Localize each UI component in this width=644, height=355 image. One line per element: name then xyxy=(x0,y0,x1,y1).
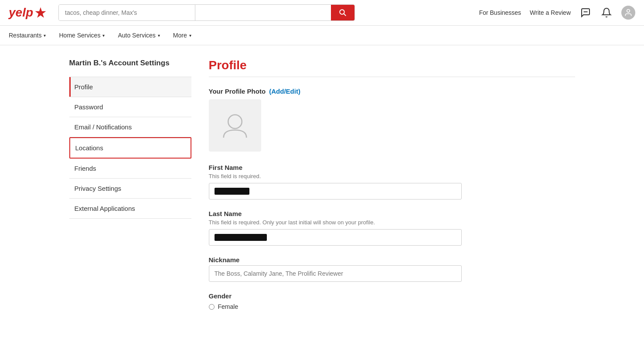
chevron-down-icon: ▾ xyxy=(189,33,191,38)
sidebar-item-locations[interactable]: Locations xyxy=(69,137,191,159)
sidebar-link-locations[interactable]: Locations xyxy=(70,138,191,158)
last-name-label: Last Name xyxy=(209,210,575,217)
nav-more[interactable]: More ▾ xyxy=(173,26,191,45)
search-button[interactable] xyxy=(331,5,354,20)
sidebar: Martin B.'s Account Settings Profile Pas… xyxy=(69,58,191,319)
sidebar-item-friends[interactable]: Friends xyxy=(69,159,191,179)
profile-photo-placeholder xyxy=(209,99,261,152)
nav-auto-services-label: Auto Services xyxy=(118,32,155,39)
sidebar-item-email-notifications[interactable]: Email / Notifications xyxy=(69,117,191,137)
profile-content: Profile Your Profile Photo (Add/Edit) Fi… xyxy=(209,58,575,319)
nav-more-label: More xyxy=(173,32,187,39)
profile-title: Profile xyxy=(209,58,575,72)
user-avatar[interactable] xyxy=(621,6,635,20)
profile-photo-section: Your Profile Photo (Add/Edit) xyxy=(209,88,575,152)
nav-bar: Restaurants ▾ Home Services ▾ Auto Servi… xyxy=(0,26,644,45)
header: yelp San Francisco, CA For Businesses Wr… xyxy=(0,0,644,26)
first-name-label: First Name xyxy=(209,164,575,171)
profile-photo-label: Your Profile Photo (Add/Edit) xyxy=(209,88,575,95)
sidebar-account-title: Martin B.'s Account Settings xyxy=(69,58,191,68)
nav-restaurants-label: Restaurants xyxy=(9,32,41,39)
sidebar-item-privacy-settings[interactable]: Privacy Settings xyxy=(69,179,191,199)
svg-point-5 xyxy=(627,10,630,13)
section-divider xyxy=(209,77,575,77)
gender-female-radio[interactable] xyxy=(209,304,215,310)
svg-point-2 xyxy=(584,12,585,12)
last-name-hint: This field is required. Only your last i… xyxy=(209,219,575,226)
gender-label: Gender xyxy=(209,292,575,300)
header-right: For Businesses Write a Review xyxy=(479,6,635,20)
gender-female-option[interactable]: Female xyxy=(209,303,575,310)
chevron-down-icon: ▾ xyxy=(158,33,160,38)
gender-female-label: Female xyxy=(218,303,239,310)
nav-home-services[interactable]: Home Services ▾ xyxy=(59,26,105,45)
chat-icon xyxy=(580,7,591,18)
sidebar-item-password[interactable]: Password xyxy=(69,97,191,117)
svg-point-3 xyxy=(586,12,586,12)
svg-point-4 xyxy=(587,12,587,12)
for-businesses-link[interactable]: For Businesses xyxy=(479,9,521,16)
write-review-link[interactable]: Write a Review xyxy=(530,9,571,16)
search-bar: San Francisco, CA xyxy=(58,4,355,21)
sidebar-link-password[interactable]: Password xyxy=(69,97,191,117)
svg-line-1 xyxy=(344,14,346,16)
sidebar-link-external-applications[interactable]: External Applications xyxy=(69,199,191,218)
nickname-field[interactable] xyxy=(209,265,462,282)
chevron-down-icon: ▾ xyxy=(102,33,105,38)
search-where-input[interactable]: San Francisco, CA xyxy=(195,5,331,20)
nav-restaurants[interactable]: Restaurants ▾ xyxy=(9,26,46,45)
messages-icon-button[interactable] xyxy=(579,7,592,19)
nickname-label: Nickname xyxy=(209,256,575,264)
nav-home-services-label: Home Services xyxy=(59,32,100,39)
nav-auto-services[interactable]: Auto Services ▾ xyxy=(118,26,160,45)
last-name-group: Last Name This field is required. Only y… xyxy=(209,210,575,246)
yelp-star-icon xyxy=(34,6,47,19)
sidebar-link-friends[interactable]: Friends xyxy=(69,159,191,178)
first-name-hint: This field is required. xyxy=(209,173,575,179)
chevron-down-icon: ▾ xyxy=(44,33,46,38)
avatar-placeholder-icon xyxy=(220,110,250,141)
notifications-icon-button[interactable] xyxy=(600,7,613,19)
search-what-input[interactable] xyxy=(59,5,195,20)
svg-point-6 xyxy=(228,115,242,129)
first-name-group: First Name This field is required. xyxy=(209,164,575,199)
search-icon xyxy=(339,9,347,17)
sidebar-link-privacy-settings[interactable]: Privacy Settings xyxy=(69,179,191,198)
sidebar-link-email-notifications[interactable]: Email / Notifications xyxy=(69,117,191,137)
add-edit-photo-link[interactable]: (Add/Edit) xyxy=(269,88,300,95)
main-content: Martin B.'s Account Settings Profile Pas… xyxy=(61,45,584,332)
yelp-logo[interactable]: yelp xyxy=(9,6,47,20)
sidebar-link-profile[interactable]: Profile xyxy=(69,77,191,97)
sidebar-nav: Profile Password Email / Notifications L… xyxy=(69,77,191,219)
bell-icon xyxy=(601,7,612,18)
gender-section: Gender Female xyxy=(209,292,575,310)
user-icon xyxy=(624,8,633,17)
sidebar-item-external-applications[interactable]: External Applications xyxy=(69,199,191,219)
sidebar-item-profile[interactable]: Profile xyxy=(69,77,191,97)
yelp-text: yelp xyxy=(9,6,33,20)
nickname-group: Nickname xyxy=(209,256,575,282)
